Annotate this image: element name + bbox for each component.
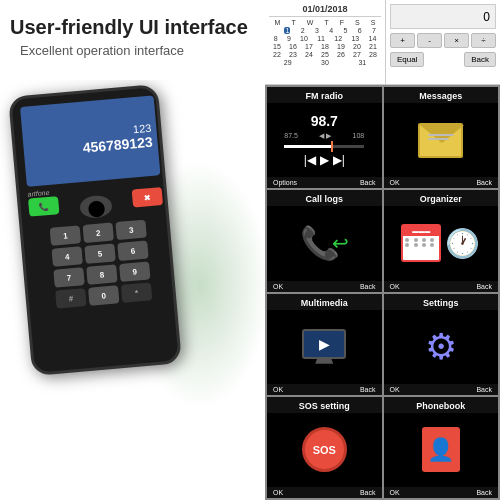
calc-btn-multiply[interactable]: ×	[444, 33, 469, 48]
left-panel: User-friendly UI interface Excellent ope…	[0, 0, 265, 500]
multimedia-title: Multimedia	[267, 294, 382, 310]
fm-radio-screen[interactable]: FM radio 98.7 87.5 ◀ ▶ 108 |◀ ▶ ▶|	[267, 87, 382, 188]
sos-icon: SOS	[302, 427, 347, 472]
fm-back-btn[interactable]: Back	[360, 179, 376, 186]
settings-title: Settings	[384, 294, 499, 310]
fm-next-btn[interactable]: ▶|	[333, 153, 345, 167]
call-logs-back-btn[interactable]: Back	[360, 283, 376, 290]
phone-key-8[interactable]: 8	[86, 264, 117, 285]
calc-btn-divide[interactable]: ÷	[471, 33, 496, 48]
app-grid: FM radio 98.7 87.5 ◀ ▶ 108 |◀ ▶ ▶|	[265, 85, 500, 500]
multimedia-footer: OK Back	[267, 384, 382, 395]
call-logs-footer: OK Back	[267, 281, 382, 292]
headline: User-friendly UI interface Excellent ope…	[0, 0, 265, 63]
fm-indicator	[331, 141, 333, 152]
organizer-calendar-icon: ▬▬▬	[401, 224, 441, 262]
phone-key-2[interactable]: 2	[83, 222, 114, 243]
calc-btn-plus[interactable]: +	[390, 33, 415, 48]
calculator-screen: 0 + - × ÷ Equal Back	[385, 0, 500, 85]
messages-back-btn[interactable]: Back	[476, 179, 492, 186]
tv-play-icon: ▶	[319, 336, 330, 352]
headline-subtitle: Excellent operation interface	[20, 43, 255, 58]
cal-week-5: 2930 31	[269, 59, 381, 66]
organizer-cal-header: ▬▬▬	[403, 226, 439, 236]
phonebook-ok-btn[interactable]: OK	[390, 489, 400, 496]
organizer-footer: OK Back	[384, 281, 499, 292]
cal-week-2: 89 1011 1213 14	[269, 35, 381, 42]
phone-call-btn[interactable]: 📞	[28, 196, 59, 217]
calc-btn-minus[interactable]: -	[417, 33, 442, 48]
messages-title: Messages	[384, 87, 499, 103]
sos-content: SOS	[267, 413, 382, 487]
fm-play-btn[interactable]: ▶	[320, 153, 329, 167]
messages-content	[384, 103, 499, 177]
envelope-body	[418, 123, 463, 158]
fm-frequency: 98.7	[311, 113, 338, 129]
phone-mockup: 123 456789123 artfone 📞 ⬤ ✖ 1 2 3 4	[8, 84, 182, 376]
cal-week-3: 1516 1718 1920 21	[269, 43, 381, 50]
calendar-days-header: MT WT FS S	[269, 19, 381, 26]
calculator-display: 0	[390, 4, 496, 29]
settings-ok-btn[interactable]: OK	[390, 386, 400, 393]
phone-key-1[interactable]: 1	[50, 225, 81, 246]
calendar-header: 01/01/2018	[269, 4, 381, 17]
envelope-icon	[418, 123, 463, 158]
phone-key-6[interactable]: 6	[117, 240, 148, 261]
call-logs-content: 📞 ↩	[267, 206, 382, 280]
organizer-back-btn[interactable]: Back	[476, 283, 492, 290]
calculator-buttons: + - × ÷	[390, 33, 496, 48]
sos-text: SOS	[313, 444, 336, 456]
phone-screen: 123 456789123	[20, 95, 160, 186]
fm-options-btn[interactable]: Options	[273, 179, 297, 186]
sos-ok-btn[interactable]: OK	[273, 489, 283, 496]
calculator-footer: Equal Back	[390, 52, 496, 67]
phone-key-7[interactable]: 7	[53, 267, 84, 288]
multimedia-screen[interactable]: Multimedia ▶ OK Back	[267, 294, 382, 395]
phone-key-3[interactable]: 3	[115, 220, 146, 241]
right-panel: 01/01/2018 MT WT FS S 1 23 45 67 89 1011…	[265, 0, 500, 500]
organizer-screen[interactable]: Organizer ▬▬▬	[384, 190, 499, 291]
organizer-cal-body	[403, 236, 439, 249]
phone-end-btn[interactable]: ✖	[132, 187, 163, 208]
calendar-screen: 01/01/2018 MT WT FS S 1 23 45 67 89 1011…	[265, 0, 385, 85]
phonebook-content: 👤	[384, 413, 499, 487]
settings-back-btn[interactable]: Back	[476, 386, 492, 393]
multimedia-back-btn[interactable]: Back	[360, 386, 376, 393]
fm-range: 87.5 ◀ ▶ 108	[284, 132, 364, 140]
sos-footer: OK Back	[267, 487, 382, 498]
phone-key-star[interactable]: *	[121, 282, 152, 303]
sos-back-btn[interactable]: Back	[360, 489, 376, 496]
calc-equal-btn[interactable]: Equal	[390, 52, 424, 67]
cal-week-1: 1 23 45 67	[269, 27, 381, 34]
organizer-title: Organizer	[384, 190, 499, 206]
messages-screen[interactable]: Messages OK Back	[384, 87, 499, 188]
call-logs-screen[interactable]: Call logs 📞 ↩ OK Back	[267, 190, 382, 291]
phonebook-title: Phonebook	[384, 397, 499, 413]
messages-ok-btn[interactable]: OK	[390, 179, 400, 186]
tv-stand	[315, 359, 333, 364]
phonebook-screen[interactable]: Phonebook 👤 OK Back	[384, 397, 499, 498]
phone-key-0[interactable]: 0	[88, 285, 119, 306]
organizer-ok-btn[interactable]: OK	[390, 283, 400, 290]
envelope-lines	[428, 134, 453, 140]
phone-nav-btn[interactable]: ⬤	[79, 194, 113, 219]
phone-image-area: 123 456789123 artfone 📞 ⬤ ✖ 1 2 3 4	[0, 80, 265, 490]
settings-screen[interactable]: Settings ⚙ OK Back	[384, 294, 499, 395]
fm-prev-btn[interactable]: |◀	[304, 153, 316, 167]
tv-screen: ▶	[302, 329, 346, 359]
settings-content: ⚙	[384, 310, 499, 384]
call-logs-ok-btn[interactable]: OK	[273, 283, 283, 290]
multimedia-ok-btn[interactable]: OK	[273, 386, 283, 393]
calc-back-btn[interactable]: Back	[464, 52, 496, 67]
sos-title: SOS setting	[267, 397, 382, 413]
messages-footer: OK Back	[384, 177, 499, 188]
fm-progress-bar	[284, 145, 364, 148]
phone-key-9[interactable]: 9	[119, 261, 150, 282]
phonebook-icon: 👤	[422, 427, 460, 472]
phone-key-hash[interactable]: #	[55, 288, 86, 309]
phone-key-4[interactable]: 4	[51, 246, 82, 267]
phonebook-back-btn[interactable]: Back	[476, 489, 492, 496]
phone-key-5[interactable]: 5	[84, 243, 115, 264]
settings-footer: OK Back	[384, 384, 499, 395]
sos-screen[interactable]: SOS setting SOS OK Back	[267, 397, 382, 498]
